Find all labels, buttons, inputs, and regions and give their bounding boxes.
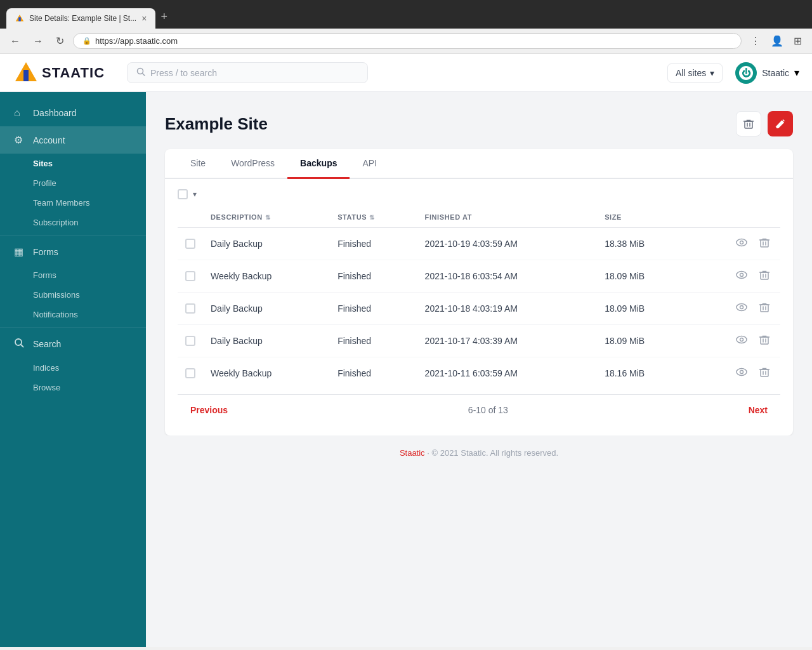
tab-backups[interactable]: Backups — [287, 149, 350, 179]
home-icon: ⌂ — [14, 107, 25, 119]
gear-icon: ⚙ — [14, 134, 25, 146]
row-actions-4 — [689, 357, 780, 390]
sidebar-subitem-profile[interactable]: Profile — [0, 173, 146, 193]
delete-icon-2[interactable] — [756, 302, 773, 317]
sidebar-subitem-sites[interactable]: Sites — [0, 154, 146, 173]
svg-point-12 — [737, 239, 747, 246]
sidebar-subitem-indices[interactable]: Indices — [0, 358, 146, 378]
row-checkbox-0[interactable] — [185, 239, 195, 249]
table-header: DESCRIPTION ⇅ STATUS ⇅ — [178, 207, 780, 228]
svg-rect-3 — [23, 70, 29, 81]
row-finished-at-3: 2021-10-17 4:03:39 AM — [417, 325, 598, 357]
address-bar[interactable]: 🔒 https://app.staatic.com — [73, 33, 742, 49]
svg-point-37 — [740, 371, 743, 374]
account-label: Account — [33, 135, 65, 145]
row-size-1: 18.09 MiB — [597, 260, 689, 293]
select-chevron-icon[interactable]: ▾ — [193, 190, 197, 199]
th-finished-at-label: FINISHED AT — [425, 213, 472, 221]
row-actions-0 — [689, 228, 780, 260]
th-size[interactable]: SIZE — [597, 207, 689, 228]
row-status-4: Finished — [330, 357, 417, 390]
app-footer: Staatic · © 2021 Staatic. All rights res… — [165, 435, 793, 470]
sidebar-subitem-notifications[interactable]: Notifications — [0, 305, 146, 324]
tab-api[interactable]: API — [350, 149, 390, 179]
delete-icon-4[interactable] — [756, 366, 773, 382]
browser-grid-button[interactable]: ⊞ — [790, 32, 806, 50]
view-icon-3[interactable] — [733, 334, 752, 350]
sites-chevron-icon: ▾ — [710, 68, 714, 78]
dashboard-label: Dashboard — [33, 108, 77, 118]
table-row: Daily Backup Finished 2021-10-19 4:03:59… — [178, 228, 780, 260]
search-input-wrap[interactable]: Press / to search — [127, 62, 368, 83]
back-button[interactable]: ← — [6, 34, 24, 48]
th-description-label: DESCRIPTION — [211, 213, 263, 221]
forward-button[interactable]: → — [29, 34, 47, 48]
row-finished-at-0: 2021-10-19 4:03:59 AM — [417, 228, 598, 260]
view-icon-2[interactable] — [733, 302, 752, 317]
svg-rect-38 — [761, 369, 768, 376]
power-icon: ⏻ — [742, 68, 750, 78]
secure-icon: 🔒 — [82, 37, 91, 45]
new-tab-button[interactable]: + — [155, 5, 173, 29]
sidebar-item-account[interactable]: ⚙ Account — [0, 126, 146, 154]
row-size-0: 18.38 MiB — [597, 228, 689, 260]
table-area: ▾ DESCRIPTION ⇅ — [165, 179, 793, 435]
delete-button[interactable] — [736, 111, 761, 136]
browser-tab-active[interactable]: Site Details: Example Site | St... × — [6, 8, 155, 29]
header-search[interactable]: Press / to search — [127, 62, 368, 83]
row-checkbox-cell — [178, 228, 203, 260]
view-icon-4[interactable] — [733, 366, 752, 382]
row-checkbox-4[interactable] — [185, 368, 195, 378]
row-description-2: Daily Backup — [203, 293, 330, 325]
reload-button[interactable]: ↻ — [52, 34, 68, 48]
tab-favicon — [15, 14, 24, 23]
th-description[interactable]: DESCRIPTION ⇅ — [203, 207, 330, 228]
sidebar-item-forms[interactable]: ▦ Forms — [0, 238, 146, 265]
sidebar-divider-1 — [0, 235, 146, 235]
user-icon-inner: ⏻ — [739, 66, 753, 80]
sites-selector[interactable]: All sites ▾ — [667, 63, 723, 83]
svg-rect-8 — [745, 121, 752, 128]
pagination-prev-button[interactable]: Previous — [190, 405, 228, 415]
browser-menu-button[interactable]: ⋮ — [747, 32, 764, 50]
edit-button[interactable] — [768, 111, 793, 136]
view-icon-0[interactable] — [733, 237, 752, 253]
row-checkbox-3[interactable] — [185, 336, 195, 346]
sites-label: All sites — [676, 68, 706, 78]
view-icon-1[interactable] — [733, 269, 752, 285]
select-all-checkbox[interactable] — [178, 189, 188, 199]
row-description-4: Weekly Backup — [203, 357, 330, 390]
browser-user-button[interactable]: 👤 — [767, 32, 787, 50]
delete-icon-1[interactable] — [756, 269, 773, 285]
sidebar-subitem-subscription[interactable]: Subscription — [0, 213, 146, 232]
row-checkbox-1[interactable] — [185, 271, 195, 281]
logo-icon — [13, 60, 39, 86]
tab-site[interactable]: Site — [178, 149, 218, 179]
user-area[interactable]: ⏻ Staatic ▾ — [735, 62, 799, 84]
pagination-next-button[interactable]: Next — [749, 405, 768, 415]
delete-icon-3[interactable] — [756, 334, 773, 350]
backups-table: DESCRIPTION ⇅ STATUS ⇅ — [178, 207, 780, 389]
sidebar-subitem-team-members[interactable]: Team Members — [0, 193, 146, 213]
forms-label: Forms — [33, 247, 58, 257]
tab-wordpress[interactable]: WordPress — [218, 149, 287, 179]
sidebar-subitem-submissions[interactable]: Submissions — [0, 285, 146, 305]
tab-title: Site Details: Example Site | St... — [29, 14, 136, 23]
app-header: STAATIC Press / to search All sites ▾ ⏻ … — [0, 54, 812, 92]
row-actions-3 — [689, 325, 780, 357]
th-finished-at[interactable]: FINISHED AT — [417, 207, 598, 228]
delete-icon-0[interactable] — [756, 237, 773, 253]
row-checkbox-cell — [178, 357, 203, 390]
tab-close-button[interactable]: × — [141, 13, 147, 23]
page-actions — [736, 111, 793, 136]
row-checkbox-2[interactable] — [185, 303, 195, 314]
sidebar-subitem-forms-list[interactable]: Forms — [0, 265, 146, 285]
svg-rect-32 — [761, 337, 768, 344]
row-checkbox-cell — [178, 325, 203, 357]
sidebar-item-search[interactable]: Search — [0, 330, 146, 358]
sidebar-item-dashboard[interactable]: ⌂ Dashboard — [0, 100, 146, 126]
sidebar-subitem-browse[interactable]: Browse — [0, 378, 146, 397]
th-status[interactable]: STATUS ⇅ — [330, 207, 417, 228]
svg-point-25 — [740, 306, 743, 309]
svg-point-31 — [740, 338, 743, 342]
